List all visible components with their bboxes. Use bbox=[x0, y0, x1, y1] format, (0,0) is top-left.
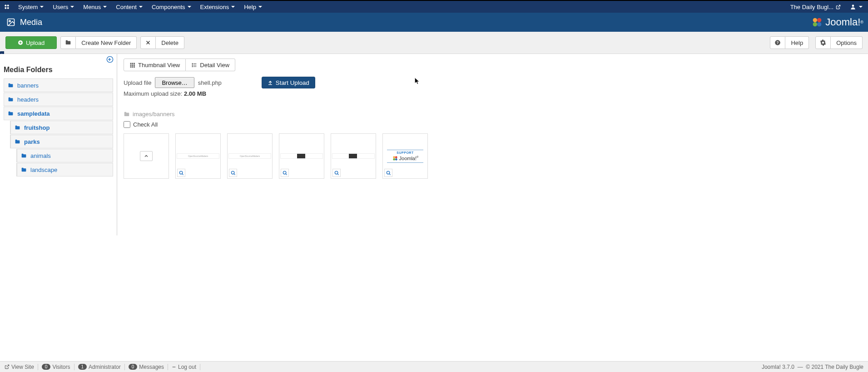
picture-icon bbox=[6, 18, 15, 27]
folder-banners[interactable]: banners bbox=[4, 78, 113, 92]
page-header: Media Joomla!® bbox=[0, 13, 868, 32]
thumb-item[interactable]: SUPPORT Joomla!® bbox=[382, 133, 428, 179]
folder-parks[interactable]: parks bbox=[10, 135, 113, 148]
search-icon bbox=[334, 171, 339, 176]
svg-point-47 bbox=[387, 171, 389, 174]
svg-point-43 bbox=[393, 156, 395, 158]
folders-title: Media Folders bbox=[4, 66, 113, 74]
status-bar: View Site 0Visitors 1Administrator 0Mess… bbox=[0, 361, 868, 372]
menu-menus[interactable]: Menus bbox=[79, 0, 111, 13]
svg-point-44 bbox=[395, 156, 397, 158]
joomla-brand: Joomla!® bbox=[811, 16, 863, 29]
options-icon-button[interactable] bbox=[815, 36, 831, 49]
delete-icon-button[interactable] bbox=[140, 36, 156, 49]
svg-line-38 bbox=[233, 173, 235, 175]
upload-form: Upload file Browse… shell.php Start Uplo… bbox=[124, 77, 862, 88]
zoom-button[interactable] bbox=[177, 169, 185, 177]
folder-headers[interactable]: headers bbox=[4, 93, 113, 106]
folder-animals[interactable]: animals bbox=[16, 149, 113, 162]
thumb-up-folder[interactable] bbox=[124, 133, 169, 179]
thumbnail-grid: OpenSourceMatters OpenSourceMatters SUPP… bbox=[124, 133, 862, 179]
svg-point-41 bbox=[335, 171, 337, 174]
help-button[interactable]: Help bbox=[785, 36, 809, 49]
options-group: Options bbox=[815, 36, 863, 49]
svg-point-45 bbox=[393, 158, 395, 161]
menu-help[interactable]: Help bbox=[239, 0, 267, 13]
svg-point-2 bbox=[5, 7, 6, 9]
svg-rect-26 bbox=[132, 66, 133, 68]
folder-icon-button[interactable] bbox=[60, 36, 76, 49]
zoom-button[interactable] bbox=[281, 169, 289, 177]
zoom-button[interactable] bbox=[384, 169, 392, 177]
admin-menubar: System Users Menus Content Components Ex… bbox=[0, 0, 868, 13]
user-menu[interactable] bbox=[844, 0, 868, 13]
delete-group: Delete bbox=[140, 36, 184, 49]
logout-link[interactable]: Log out bbox=[172, 364, 200, 370]
folder-open-icon bbox=[124, 111, 130, 117]
thumb-item[interactable] bbox=[279, 133, 324, 179]
svg-rect-22 bbox=[130, 64, 132, 66]
main-area: Media Folders banners headers sampledata… bbox=[0, 54, 868, 235]
menu-extensions[interactable]: Extensions bbox=[196, 0, 240, 13]
folder-landscape[interactable]: landscape bbox=[16, 163, 113, 176]
browse-button[interactable]: Browse… bbox=[155, 77, 194, 88]
svg-line-49 bbox=[7, 365, 9, 367]
svg-rect-32 bbox=[192, 66, 193, 67]
breadcrumb: images/banners bbox=[124, 111, 862, 117]
svg-text:?: ? bbox=[777, 41, 779, 45]
svg-point-0 bbox=[5, 5, 6, 6]
options-button[interactable]: Options bbox=[831, 36, 863, 49]
folder-fruitshop[interactable]: fruitshop bbox=[10, 121, 113, 134]
content-pane: Thumbnail View Detail View Upload file B… bbox=[117, 54, 868, 235]
menu-system[interactable]: System bbox=[14, 0, 48, 13]
thumbnail-view-button[interactable]: Thumbnail View bbox=[124, 59, 186, 71]
search-icon bbox=[179, 171, 184, 176]
action-toolbar: Upload Create New Folder Delete ? Help O… bbox=[0, 32, 868, 54]
delete-button[interactable]: Delete bbox=[156, 36, 184, 49]
svg-line-40 bbox=[285, 173, 287, 175]
search-icon bbox=[386, 171, 391, 176]
zoom-button[interactable] bbox=[229, 169, 237, 177]
upload-button[interactable]: Upload bbox=[5, 36, 57, 49]
menu-users[interactable]: Users bbox=[48, 0, 79, 13]
svg-point-35 bbox=[179, 171, 182, 174]
site-name-link[interactable]: The Daily Bugl... bbox=[787, 0, 844, 13]
up-folder-button[interactable] bbox=[140, 151, 153, 161]
help-icon-button[interactable]: ? bbox=[770, 36, 785, 49]
svg-rect-33 bbox=[193, 66, 197, 67]
menu-content[interactable]: Content bbox=[111, 0, 147, 13]
page-title: Media bbox=[6, 18, 42, 27]
external-link-icon bbox=[836, 5, 841, 10]
thumb-item[interactable]: OpenSourceMatters bbox=[175, 133, 221, 179]
detail-view-button[interactable]: Detail View bbox=[186, 59, 235, 71]
collapse-sidebar-button[interactable] bbox=[106, 56, 114, 64]
svg-point-46 bbox=[395, 158, 397, 161]
zoom-button[interactable] bbox=[332, 169, 341, 177]
svg-point-5 bbox=[852, 5, 854, 7]
admin-link[interactable]: 1Administrator bbox=[78, 364, 125, 370]
search-icon bbox=[231, 171, 236, 176]
view-site-link[interactable]: View Site bbox=[5, 364, 38, 370]
svg-point-37 bbox=[231, 171, 234, 174]
svg-rect-27 bbox=[134, 66, 135, 68]
svg-rect-21 bbox=[134, 63, 135, 64]
messages-link[interactable]: 0Messages bbox=[129, 364, 168, 370]
svg-line-36 bbox=[182, 173, 183, 175]
check-all-checkbox[interactable] bbox=[124, 121, 130, 128]
joomla-icon[interactable] bbox=[0, 3, 14, 10]
thumb-item[interactable] bbox=[331, 133, 376, 179]
create-folder-button[interactable]: Create New Folder bbox=[76, 36, 137, 49]
svg-point-7 bbox=[9, 20, 10, 22]
check-all[interactable]: Check All bbox=[124, 121, 862, 128]
visitors-link[interactable]: 0Visitors bbox=[42, 364, 74, 370]
upload-file-label: Upload file bbox=[124, 79, 151, 86]
svg-rect-31 bbox=[193, 64, 197, 65]
svg-point-10 bbox=[813, 22, 817, 26]
svg-rect-25 bbox=[130, 66, 132, 68]
grid-icon bbox=[129, 62, 135, 68]
gear-icon bbox=[820, 39, 826, 46]
folder-sampledata[interactable]: sampledata bbox=[4, 107, 113, 120]
start-upload-button[interactable]: Start Upload bbox=[262, 77, 315, 88]
menu-components[interactable]: Components bbox=[147, 0, 196, 13]
thumb-item[interactable]: OpenSourceMatters bbox=[227, 133, 273, 179]
